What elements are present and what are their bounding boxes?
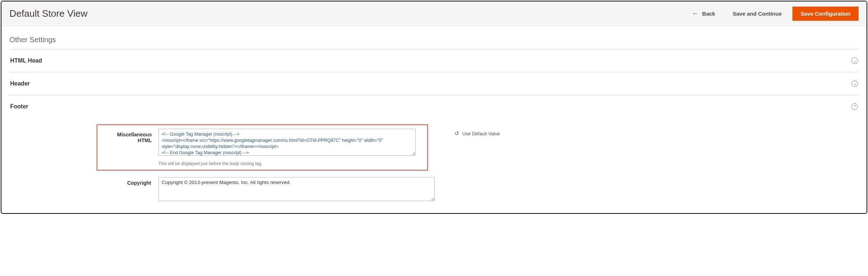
field-label-misc-html: Miscellaneous HTML xyxy=(104,129,152,166)
topbar: Default Store View ← Back Save and Conti… xyxy=(1,1,867,26)
page-title: Default Store View xyxy=(9,8,88,19)
highlight-misc-html: Miscellaneous HTML This will be displaye… xyxy=(97,124,428,171)
content: Other Settings HTML Head ⌄ Header ⌄ Foot… xyxy=(1,26,867,213)
footer-panel: Miscellaneous HTML This will be displaye… xyxy=(9,118,859,202)
back-button[interactable]: ← Back xyxy=(686,7,722,20)
save-configuration-button[interactable]: Save Configuration xyxy=(792,7,859,21)
undo-icon: ↺ xyxy=(455,130,459,137)
copyright-textarea[interactable] xyxy=(158,177,435,201)
accordion-label-header: Header xyxy=(10,80,30,87)
accordion-html-head[interactable]: HTML Head ⌄ xyxy=(9,49,859,72)
arrow-left-icon: ← xyxy=(692,10,699,17)
accordion-label-footer: Footer xyxy=(10,103,28,110)
use-default-value-toggle[interactable]: ↺ Use Default Value xyxy=(455,130,500,137)
misc-html-textarea[interactable] xyxy=(158,129,416,156)
back-button-label: Back xyxy=(702,11,715,17)
field-label-copyright: Copyright xyxy=(97,177,151,186)
use-default-label: Use Default Value xyxy=(462,131,500,136)
accordion-header[interactable]: Header ⌄ xyxy=(9,72,859,95)
section-title: Other Settings xyxy=(9,33,859,49)
field-row-copyright: Copyright xyxy=(97,177,859,202)
action-bar: ← Back Save and Continue Save Configurat… xyxy=(686,7,859,21)
misc-html-hint: This will be displayed just before the b… xyxy=(158,161,421,166)
accordion-label-html-head: HTML Head xyxy=(10,57,42,64)
accordion-footer[interactable]: Footer ⌃ xyxy=(9,95,859,118)
chevron-up-icon: ⌃ xyxy=(851,103,858,110)
chevron-down-icon: ⌄ xyxy=(851,80,858,87)
chevron-down-icon: ⌄ xyxy=(851,57,858,64)
save-continue-button[interactable]: Save and Continue xyxy=(724,8,790,20)
